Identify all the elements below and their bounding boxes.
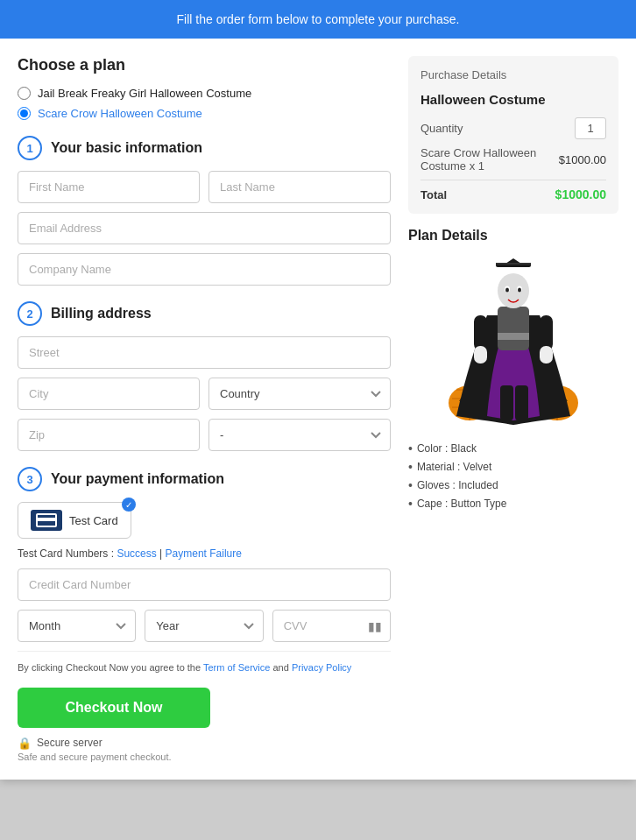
test-card-label: Test Card — [69, 514, 118, 527]
email-row — [18, 212, 391, 244]
plan-option-scarecrow[interactable]: Scare Crow Halloween Costume — [18, 107, 391, 120]
item-label: Scare Crow Halloween Costume x 1 — [420, 146, 559, 173]
total-value: $1000.00 — [555, 187, 606, 201]
cvv-field: ▮▮ — [272, 610, 391, 642]
right-panel: Purchase Details Halloween Costume Quant… — [408, 56, 618, 762]
item-price: $1000.00 — [559, 153, 606, 166]
costume-svg — [443, 254, 583, 429]
svg-rect-14 — [498, 307, 529, 350]
credit-card-input[interactable] — [18, 568, 391, 601]
step1-circle: 1 — [18, 136, 42, 160]
test-card-option[interactable]: Test Card ✓ — [18, 502, 131, 539]
zip-input[interactable] — [18, 419, 200, 451]
total-row: Total $1000.00 — [420, 180, 606, 201]
street-input[interactable] — [18, 336, 391, 369]
zip-field — [18, 419, 200, 451]
banner-text: Fill the order form below to complete yo… — [177, 12, 460, 26]
svg-rect-19 — [496, 263, 531, 265]
step2-header: 2 Billing address — [18, 301, 391, 326]
quantity-value[interactable]: 1 — [575, 117, 606, 139]
svg-point-23 — [518, 288, 521, 293]
state-field: - — [208, 419, 391, 451]
quantity-label: Quantity — [420, 122, 463, 135]
purchase-details-title: Purchase Details — [420, 68, 606, 81]
svg-rect-26 — [474, 346, 487, 364]
year-select[interactable]: Year — [145, 610, 263, 642]
plan-feature-item: Color : Black — [408, 441, 618, 455]
card-icon-inner — [36, 513, 57, 527]
lock-icon: 🔒 — [18, 737, 32, 750]
plan-feature-item: Cape : Button Type — [408, 497, 618, 511]
plan-option-scarecrow-label: Scare Crow Halloween Costume — [38, 107, 202, 120]
plan-details-title: Plan Details — [408, 228, 618, 244]
check-badge-icon: ✓ — [122, 498, 136, 512]
cvv-card-icon: ▮▮ — [368, 619, 382, 633]
step3-circle: 3 — [18, 467, 42, 491]
tos-link[interactable]: Term of Service — [203, 662, 270, 673]
total-label: Total — [420, 188, 447, 201]
plan-option-jailbreak[interactable]: Jail Break Freaky Girl Halloween Costume — [18, 87, 391, 100]
step3-header: 3 Your payment information — [18, 467, 391, 491]
plan-radio-scarecrow[interactable] — [18, 107, 31, 120]
plan-features-list: Color : BlackMaterial : VelvetGloves : I… — [408, 441, 618, 511]
city-field — [18, 378, 200, 410]
plan-feature-item: Material : Velvet — [408, 460, 618, 474]
month-year-cvv-row: Month Year ▮▮ — [18, 610, 391, 642]
quantity-row: Quantity 1 — [420, 117, 606, 139]
product-name: Halloween Costume — [420, 92, 606, 107]
secure-server-row: 🔒 Secure server — [18, 737, 391, 750]
name-row — [18, 171, 391, 203]
purchase-details-box: Purchase Details Halloween Costume Quant… — [408, 56, 618, 214]
plan-option-jailbreak-label: Jail Break Freaky Girl Halloween Costume — [38, 87, 251, 100]
month-select[interactable]: Month — [18, 610, 136, 642]
country-select[interactable]: Country — [208, 378, 391, 410]
country-field: Country — [208, 378, 391, 410]
terms-text: By clicking Checkout Now you agree to th… — [18, 660, 391, 675]
svg-point-22 — [505, 288, 509, 293]
street-row — [18, 336, 391, 369]
plan-feature-item: Gloves : Included — [408, 478, 618, 492]
costume-image — [443, 254, 583, 429]
svg-point-16 — [498, 273, 529, 308]
choose-plan-title: Choose a plan — [18, 56, 391, 74]
step2-circle: 2 — [18, 301, 42, 326]
email-input[interactable] — [18, 212, 391, 244]
secure-label: Secure server — [37, 737, 102, 749]
company-row — [18, 253, 391, 286]
step3-label: Your payment information — [51, 471, 224, 487]
zip-state-row: - — [18, 419, 391, 451]
svg-rect-25 — [540, 315, 553, 350]
email-field — [18, 212, 391, 244]
safe-payment-text: Safe and secure payment checkout. — [18, 752, 391, 762]
last-name-field — [208, 171, 391, 203]
month-field: Month — [18, 610, 136, 642]
credit-card-row — [18, 568, 391, 601]
year-field: Year — [145, 610, 263, 642]
payment-failure-link[interactable]: Payment Failure — [166, 547, 242, 560]
company-input[interactable] — [18, 253, 391, 286]
svg-rect-29 — [515, 385, 528, 420]
svg-rect-27 — [540, 346, 553, 364]
test-card-numbers: Test Card Numbers : Success | Payment Fa… — [18, 547, 391, 560]
city-input[interactable] — [18, 378, 200, 410]
city-country-row: Country — [18, 378, 391, 410]
svg-rect-24 — [474, 315, 487, 350]
first-name-input[interactable] — [18, 171, 200, 203]
company-field — [18, 253, 391, 286]
svg-rect-15 — [498, 333, 529, 340]
left-panel: Choose a plan Jail Break Freaky Girl Hal… — [18, 56, 391, 762]
item-row: Scare Crow Halloween Costume x 1 $1000.0… — [420, 146, 606, 173]
step1-label: Your basic information — [51, 140, 202, 156]
credit-card-field — [18, 568, 391, 601]
checkout-button[interactable]: Checkout Now — [18, 688, 210, 728]
card-icon — [31, 510, 62, 531]
step1-header: 1 Your basic information — [18, 136, 391, 160]
success-link[interactable]: Success — [117, 547, 156, 560]
step2-label: Billing address — [51, 306, 152, 321]
first-name-field — [18, 171, 200, 203]
privacy-link[interactable]: Privacy Policy — [292, 662, 351, 673]
last-name-input[interactable] — [208, 171, 391, 203]
state-select[interactable]: - — [208, 419, 391, 451]
plan-radio-jailbreak[interactable] — [18, 87, 31, 100]
page-wrapper: Fill the order form below to complete yo… — [0, 0, 636, 780]
